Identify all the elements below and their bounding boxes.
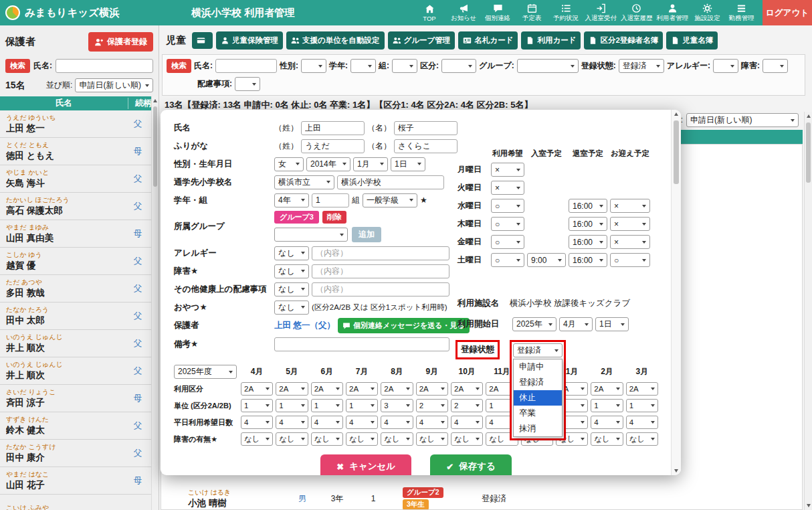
guardian-list-item[interactable]: こしか ゆう 越賀 優 父 — [0, 248, 159, 275]
allergy-filter-select[interactable] — [713, 59, 738, 73]
scroll-up-arrow[interactable] — [152, 96, 159, 105]
usage-category-select[interactable]: 2A — [416, 382, 448, 396]
category2-roster-button[interactable]: 区分2登録者名簿 — [584, 31, 663, 50]
category-filter-select[interactable] — [441, 59, 476, 73]
disability-flag-select[interactable]: なし — [311, 432, 343, 446]
disability-flag-select[interactable]: なし — [416, 432, 448, 446]
friday-leave-select[interactable]: 16:00 — [569, 235, 607, 249]
modal-scrollbar[interactable] — [671, 110, 681, 475]
guardian-link[interactable]: 上田 悠一（父） — [274, 320, 335, 331]
nav-individual-contact[interactable]: 個別連絡 — [481, 1, 515, 24]
guardian-list-item[interactable]: たなか こうすけ 田中 康介 父 — [0, 440, 159, 467]
unit-select[interactable]: 3 — [381, 399, 413, 412]
usage-category-select[interactable]: 2A — [451, 382, 483, 396]
group-delete-button[interactable]: 削除 — [322, 211, 346, 224]
gender-filter-select[interactable] — [301, 59, 326, 73]
usage-category-select[interactable]: 2A — [591, 382, 623, 396]
status-option[interactable]: 申請中 — [514, 359, 562, 375]
disability-flag-select[interactable]: なし — [381, 432, 413, 446]
disability-flag-select[interactable]: なし — [451, 432, 483, 446]
usage-category-select[interactable]: 2A — [381, 382, 413, 396]
guardian-list-item[interactable]: さいだ りょうこ 斉田 涼子 母 — [0, 385, 159, 412]
gender-select[interactable]: 女 — [274, 157, 304, 171]
unit-select[interactable]: 1 — [346, 399, 378, 412]
nav-entry-exit-history[interactable]: 入退室履歴 — [619, 1, 655, 24]
scroll-down-arrow[interactable] — [805, 501, 812, 510]
nav-entry-exit-reception[interactable]: 入退室受付 — [583, 1, 619, 24]
usage-category-select[interactable]: 2A — [626, 382, 658, 396]
saturday-pickup-select[interactable]: ○ — [610, 253, 650, 267]
grade-select[interactable]: 4年 — [274, 193, 309, 207]
guardian-search-input[interactable] — [56, 59, 153, 73]
guardian-list-item[interactable]: いのうえ じゅんじ 井上 順次 父 — [0, 330, 159, 357]
start-year-select[interactable]: 2025年 — [512, 317, 556, 331]
weekday-days-select[interactable]: 4 — [346, 416, 378, 429]
grade-filter-select[interactable] — [350, 59, 376, 73]
unit-select[interactable]: 1 — [626, 399, 658, 412]
fiscal-year-select[interactable]: 2025年度 — [174, 365, 237, 379]
child-insurance-button[interactable]: 児童保険管理 — [216, 31, 283, 50]
guardian-list-item[interactable]: こいけ ふみや — [0, 495, 159, 510]
app-logo[interactable]: みまもりキッズ横浜 — [5, 5, 161, 20]
thursday-wish-select[interactable]: ○ — [491, 217, 524, 231]
class-type-select[interactable]: 一般学級 — [363, 193, 417, 207]
weekday-days-select[interactable]: 4 — [311, 416, 343, 429]
weekday-days-select[interactable]: 4 — [416, 416, 448, 429]
group-management-button[interactable]: グループ管理 — [388, 31, 455, 50]
start-month-select[interactable]: 4月 — [559, 317, 593, 331]
unit-select[interactable]: 2 — [451, 399, 483, 412]
guardian-list-item[interactable]: やまだ はなこ 山田 花子 母 — [0, 467, 159, 495]
birth-year-select[interactable]: 2014年 — [306, 157, 350, 171]
last-name-kana-input[interactable] — [301, 139, 365, 153]
note-input[interactable] — [274, 337, 449, 351]
child-row[interactable]: こいけ はるき 小池 晴樹 男 3年 1 グループ2 3年生 登録済 — [161, 483, 802, 510]
weekday-days-select[interactable]: 4 — [241, 416, 273, 429]
friday-pickup-select[interactable]: × — [610, 235, 650, 249]
auto-set-support-units-button[interactable]: 支援の単位を自動設定 — [286, 31, 385, 50]
nav-reservations[interactable]: 予約状況 — [549, 1, 583, 24]
allergy-detail-input[interactable] — [312, 246, 449, 260]
status-option[interactable]: 卒業 — [514, 406, 562, 421]
usage-category-select[interactable]: 2A — [276, 382, 308, 396]
disability-detail-input[interactable] — [312, 264, 449, 278]
disability-flag-select[interactable]: なし — [276, 432, 308, 446]
group-add-select[interactable] — [274, 228, 348, 242]
allergy-select[interactable]: なし — [274, 246, 309, 260]
weekday-days-select[interactable]: 4 — [381, 416, 413, 429]
guardian-list-item[interactable]: とくだ ともえ 徳田 ともえ 母 — [0, 138, 159, 165]
nav-facility-settings[interactable]: 施設設定 — [690, 1, 724, 24]
children-roster-button[interactable]: 児童名簿 — [666, 31, 718, 50]
unit-select[interactable]: 1 — [241, 399, 273, 412]
disability-flag-select[interactable]: なし — [626, 432, 658, 446]
weekday-days-select[interactable]: 4 — [591, 416, 623, 429]
wednesday-wish-select[interactable]: ○ — [491, 199, 524, 213]
registration-status-select[interactable]: 登録済 — [513, 343, 563, 357]
register-guardian-button[interactable]: 保護者登録 — [88, 32, 153, 52]
usage-category-select[interactable]: 2A — [311, 382, 343, 396]
wednesday-leave-select[interactable]: 16:00 — [569, 199, 607, 213]
scroll-thumb[interactable] — [674, 120, 679, 184]
usage-category-select[interactable]: 2A — [241, 382, 273, 396]
disability-flag-select[interactable]: なし — [346, 432, 378, 446]
health-consideration-select[interactable]: なし — [274, 282, 309, 296]
unit-select[interactable]: 1 — [311, 399, 343, 412]
guardian-list-item[interactable]: たなか たろう 田中 太郎 父 — [0, 303, 159, 330]
tuesday-wish-select[interactable]: × — [491, 181, 524, 195]
weekday-days-select[interactable]: 4 — [451, 416, 483, 429]
guardian-list-item[interactable]: やじま かいと 矢島 海斗 父 — [0, 165, 159, 193]
thursday-leave-select[interactable]: 16:00 — [569, 217, 607, 231]
cancel-button[interactable]: ✖ キャンセル — [320, 454, 411, 475]
guardian-list-item[interactable]: うえだ ゆういち 上田 悠一 父 — [0, 110, 159, 138]
unit-select[interactable]: 2 — [416, 399, 448, 412]
guardian-list-item[interactable]: すずき けんた 鈴木 健太 父 — [0, 412, 159, 440]
guardian-list-scrollbar[interactable] — [151, 96, 159, 510]
scroll-up-arrow[interactable] — [805, 112, 812, 120]
nav-work-management[interactable]: 勤務管理 — [724, 1, 758, 24]
scroll-thumb[interactable] — [153, 106, 157, 187]
disability-select[interactable]: なし — [274, 264, 309, 278]
friday-wish-select[interactable]: ○ — [491, 235, 524, 249]
nav-schedule[interactable]: 予定表 — [515, 1, 549, 24]
weekday-days-select[interactable]: 4 — [276, 416, 308, 429]
saturday-enter-select[interactable]: 9:00 — [527, 253, 566, 267]
child-name-search-input[interactable] — [215, 59, 277, 73]
